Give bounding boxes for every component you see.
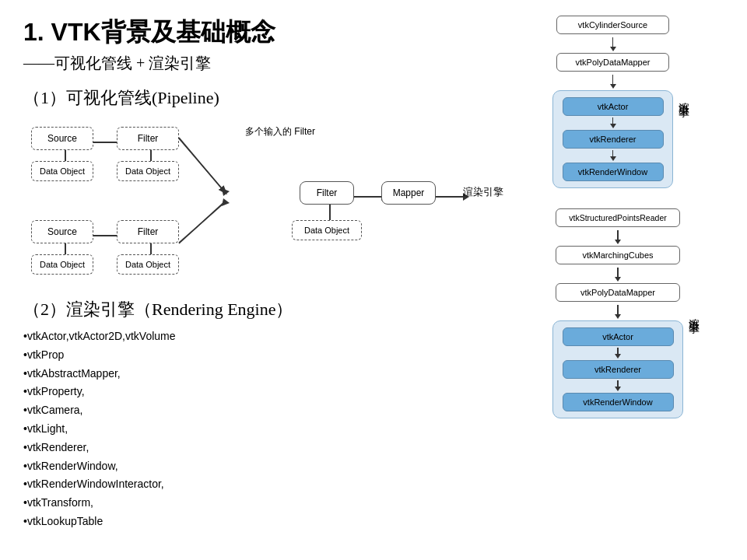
svg-line-2	[179, 138, 224, 191]
rendering-section: （2）渲染引擎（Rendering Engine） •vtkActor,vtkA…	[23, 298, 545, 531]
rendering-header: （2）渲染引擎（Rendering Engine）	[23, 298, 545, 321]
vtk-renderwindow-box-2: vtkRenderWindow	[563, 393, 674, 411]
filter-box-row2: Filter	[117, 220, 179, 243]
arrow-down-3	[615, 230, 621, 244]
rendering-item-1: •vtkProp	[23, 346, 545, 365]
filter-box-row1: Filter	[117, 127, 179, 150]
vtk-actor-box-2: vtkActor	[563, 327, 674, 346]
vtk-polydatamapper-box: vtkPolyDataMapper	[556, 53, 669, 72]
arrow-group-1-2	[610, 150, 616, 161]
rendering-item-10: •vtkLookupTable	[23, 513, 545, 531]
vtk-renderer-box-2: vtkRenderer	[563, 360, 674, 379]
vtk-actor-box-1: vtkActor	[563, 97, 664, 116]
rendering-item-6: •vtkRenderer,	[23, 439, 545, 457]
rendering-item-3: •vtkProperty,	[23, 383, 545, 401]
source-box-row2: Source	[31, 220, 93, 243]
rendering-item-2: •vtkAbstractMapper,	[23, 365, 545, 383]
sub-title: ——可视化管线 + 渲染引擎	[23, 53, 545, 74]
vtk-renderer-box-1: vtkRenderer	[563, 130, 664, 149]
arrow-group-2-2	[615, 380, 621, 391]
vtk-group-2: vtkActor vtkRenderer vtkRenderWindow	[552, 320, 683, 418]
arrow-group-2-1	[615, 348, 621, 359]
pipeline-arrows-svg	[179, 119, 303, 282]
mapper-box: Mapper	[381, 181, 436, 205]
rendering-item-4: •vtkCamera,	[23, 401, 545, 420]
svg-marker-3	[222, 188, 230, 196]
dataobj1-row2: Data Object	[31, 254, 93, 275]
rendering-item-5: •vtkLight,	[23, 420, 545, 439]
left-content: 1. VTK背景及基础概念 ——可视化管线 + 渲染引擎 （1）可视化管线(Pi…	[23, 16, 552, 552]
right-content: vtkCylinderSource vtkPolyDataMapper	[552, 16, 739, 552]
vtk-renderwindow-box-1: vtkRenderWindow	[563, 163, 664, 181]
main-container: 1. VTK背景及基础概念 ——可视化管线 + 渲染引擎 （1）可视化管线(Pi…	[0, 0, 747, 560]
svg-line-4	[179, 203, 224, 243]
rendering-item-0: •vtkActor,vtkActor2D,vtkVolume	[23, 327, 545, 346]
dataobj2-row1: Data Object	[117, 161, 179, 181]
section1-header: （1）可视化管线(Pipeline)	[23, 86, 545, 110]
render-engine-label: 渲染引擎	[463, 185, 503, 199]
vtk-cylinder-source-box: vtkCylinderSource	[556, 16, 669, 34]
side-label-2: 渲染引擎	[686, 310, 702, 316]
rendering-list: •vtkActor,vtkActor2D,vtkVolume •vtkProp …	[23, 327, 545, 531]
dataobj2-row2: Data Object	[117, 254, 179, 275]
svg-marker-5	[222, 198, 230, 206]
vtk-section-1: vtkCylinderSource vtkPolyDataMapper	[552, 16, 692, 188]
arrow-down-4	[615, 268, 621, 282]
arrow-down-5	[615, 305, 621, 319]
vtk-polydatamapper-box2: vtkPolyDataMapper	[556, 283, 680, 302]
source-box-row1: Source	[31, 127, 93, 150]
vtk-group-1: vtkActor vtkRenderer vtkRenderWindow	[552, 90, 673, 188]
center-dataobj: Data Object	[292, 220, 362, 240]
center-filter-box: Filter	[300, 181, 354, 205]
main-title: 1. VTK背景及基础概念	[23, 16, 545, 50]
rendering-item-8: •vtkRenderWindowInteractor,	[23, 475, 545, 494]
rendering-item-7: •vtkRenderWindow,	[23, 457, 545, 476]
arrow-group-1-1	[610, 117, 616, 128]
vtk-structuredpoints-box: vtkStructuredPointsReader	[556, 208, 680, 227]
side-label-1: 渲染引擎	[676, 93, 692, 100]
rendering-item-9: •vtkTransform,	[23, 494, 545, 513]
pipeline-diagram: Source Filter Data Object	[23, 119, 545, 282]
arrow-down-1	[610, 37, 616, 51]
arrow-down-2	[610, 75, 616, 89]
vtk-section-2: vtkStructuredPointsReader vtkMarchingCub…	[552, 208, 702, 418]
vtk-diagram-col-2: vtkStructuredPointsReader vtkMarchingCub…	[552, 208, 683, 418]
dataobj1-row1: Data Object	[31, 161, 93, 181]
vtk-marchingcubes-box: vtkMarchingCubes	[556, 246, 680, 264]
vtk-diagram-col-1: vtkCylinderSource vtkPolyDataMapper	[552, 16, 673, 188]
